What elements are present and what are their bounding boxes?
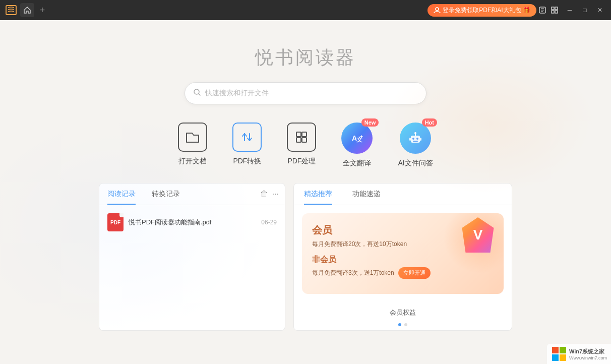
featured-tabs: 精选推荐 功能速递: [294, 184, 512, 205]
ai-qa-icon: [400, 123, 431, 154]
history-panel: 阅读记录 转换记录 🗑 ··· PDF 悦书PDF阅读器功能指南.pdf 06-…: [99, 183, 285, 331]
grid-icon[interactable]: [548, 4, 561, 16]
open-doc-label: 打开文档: [178, 157, 207, 166]
svg-rect-24: [560, 354, 566, 361]
non-member-title: 非会员: [312, 255, 494, 265]
tab-reading-history[interactable]: 阅读记录: [99, 184, 144, 205]
svg-rect-5: [552, 11, 554, 13]
svg-rect-3: [552, 7, 554, 10]
action-ai-qa[interactable]: Hot AI文件问答: [398, 123, 433, 168]
action-pdf-convert[interactable]: PDF转换: [232, 123, 262, 166]
history-tabs: 阅读记录 转换记录 🗑 ···: [99, 184, 285, 205]
svg-point-18: [414, 132, 416, 134]
ai-qa-badge: Hot: [422, 118, 437, 127]
watermark: Win7系统之家 Www.winwin7.com: [547, 344, 611, 364]
search-placeholder: 快速搜索和打开文件: [205, 89, 269, 98]
svg-rect-6: [555, 11, 558, 13]
share-icon[interactable]: [536, 4, 548, 16]
carousel-dots: [294, 323, 512, 330]
svg-rect-19: [409, 138, 411, 141]
svg-rect-20: [420, 138, 421, 141]
more-options-icon[interactable]: ···: [272, 190, 279, 199]
window-controls: ─ □ ✕: [563, 3, 607, 17]
tab-featured[interactable]: 精选推荐: [294, 184, 342, 205]
file-name: 悦书PDF阅读器功能指南.pdf: [129, 218, 256, 227]
svg-rect-4: [555, 7, 558, 10]
membership-card: V 会员 每月免费翻译20次，再送10万token 非会员 每月免费翻译3次，送…: [302, 213, 504, 294]
file-item[interactable]: PDF 悦书PDF阅读器功能指南.pdf 06-29: [103, 209, 281, 235]
main-content: 悦书阅读器 快速搜索和打开文件 打开文档: [0, 20, 611, 364]
svg-point-1: [436, 8, 439, 11]
svg-point-15: [412, 138, 414, 140]
login-button[interactable]: 登录免费领取PDF和AI大礼包 🎁: [427, 4, 536, 17]
app-logo: [4, 3, 18, 17]
pdf-process-label: PDF处理: [287, 157, 316, 166]
svg-rect-8: [296, 132, 301, 137]
svg-rect-23: [552, 354, 559, 361]
tab-quick-access[interactable]: 功能速递: [342, 184, 391, 205]
watermark-text: Win7系统之家 Www.winwin7.com: [569, 348, 607, 360]
non-member-desc: 每月免费翻译3次，送1万token 立即开通: [312, 267, 494, 279]
activate-membership-button[interactable]: 立即开通: [398, 267, 431, 279]
new-tab-button[interactable]: +: [36, 4, 48, 16]
action-open-doc[interactable]: 打开文档: [178, 123, 207, 166]
app-title: 悦书阅读器: [255, 45, 356, 70]
svg-rect-22: [560, 347, 566, 353]
featured-panel: 精选推荐 功能速递 V 会员 每月免费翻译20次，再送10万token 非会员 …: [293, 183, 512, 331]
close-button[interactable]: ✕: [593, 3, 607, 17]
panel-actions: 🗑 ···: [260, 190, 285, 199]
pdf-process-icon: [287, 123, 316, 152]
open-doc-icon: [178, 123, 207, 152]
windows-logo-icon: [551, 346, 567, 362]
watermark-logo: Win7系统之家 Www.winwin7.com: [551, 346, 607, 362]
tab-convert-history[interactable]: 转换记录: [144, 184, 188, 205]
minimize-button[interactable]: ─: [563, 3, 577, 17]
dot-1: [398, 323, 401, 326]
pdf-file-icon: PDF: [107, 213, 124, 231]
svg-rect-11: [302, 138, 307, 142]
bottom-section: 阅读记录 转换记录 🗑 ··· PDF 悦书PDF阅读器功能指南.pdf 06-…: [99, 183, 512, 331]
ai-qa-label: AI文件问答: [398, 159, 433, 168]
titlebar: + 登录免费领取PDF和AI大礼包 🎁 ─ □ ✕: [0, 0, 611, 20]
action-pdf-process[interactable]: PDF处理: [287, 123, 316, 166]
maximize-button[interactable]: □: [578, 3, 592, 17]
pdf-convert-label: PDF转换: [233, 157, 261, 166]
vip-diamond-badge: V: [460, 217, 496, 253]
home-tab[interactable]: [20, 3, 34, 17]
translate-badge: New: [361, 118, 379, 127]
svg-rect-17: [413, 141, 418, 142]
translate-label: 全文翻译: [343, 159, 371, 168]
search-icon: [193, 88, 201, 98]
search-bar[interactable]: 快速搜索和打开文件: [185, 82, 426, 104]
quick-actions: 打开文档 PDF转换: [178, 123, 433, 168]
member-benefits-link[interactable]: 会员权益: [294, 302, 512, 323]
file-list: PDF 悦书PDF阅读器功能指南.pdf 06-29: [99, 205, 285, 296]
translate-icon: A 文: [341, 123, 373, 154]
svg-rect-10: [296, 138, 301, 142]
svg-point-16: [416, 138, 418, 140]
delete-history-icon[interactable]: 🗑: [260, 190, 268, 199]
pdf-convert-icon: [232, 123, 262, 152]
svg-rect-9: [302, 132, 307, 137]
dot-2: [404, 323, 407, 326]
file-date: 06-29: [261, 219, 277, 226]
svg-rect-21: [552, 347, 559, 353]
action-translate[interactable]: A 文 New 全文翻译: [341, 123, 373, 168]
